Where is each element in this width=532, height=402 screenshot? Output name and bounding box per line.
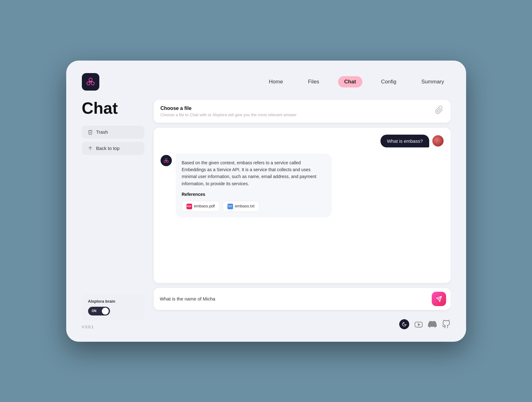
toggle-knob [102, 308, 109, 315]
arrow-up-icon [87, 146, 93, 151]
ai-bubble: Based on the given context, embass refer… [176, 154, 332, 218]
send-icon [436, 296, 442, 302]
sidebar: Chat Trash Back to top Alxp [82, 100, 144, 329]
svg-point-9 [167, 161, 168, 162]
main-content: Chat Trash Back to top Alxp [82, 100, 450, 329]
toggle-on-label: ON [92, 309, 97, 313]
user-bubble: What is embass? [380, 135, 429, 147]
send-button[interactable] [432, 292, 446, 306]
pdf-icon: PDF [186, 204, 192, 209]
chat-panel: Choose a file Choose a file to Chat with… [154, 100, 450, 329]
dark-mode-button[interactable] [399, 319, 409, 329]
github-icon [442, 320, 450, 329]
file-chooser[interactable]: Choose a file Choose a file to Chat with… [154, 100, 450, 123]
svg-point-1 [87, 82, 90, 85]
back-to-top-button[interactable]: Back to top [82, 142, 144, 155]
ai-message-text: Based on the given context, embass refer… [182, 159, 326, 187]
chat-input[interactable] [160, 296, 429, 301]
youtube-icon [414, 320, 423, 329]
back-to-top-label: Back to top [96, 146, 120, 151]
discord-icon [428, 320, 437, 329]
svg-point-2 [91, 82, 94, 85]
trash-label: Trash [96, 129, 108, 135]
messages-area: What is embass? [154, 128, 450, 283]
ref-file-pdf[interactable]: PDF embass.pdf [182, 201, 220, 212]
file-chooser-title: Choose a file [161, 106, 297, 111]
trash-button[interactable]: Trash [82, 126, 144, 139]
youtube-button[interactable] [414, 320, 423, 329]
svg-point-8 [164, 161, 166, 162]
logo[interactable] [82, 73, 99, 91]
user-message-row: What is embass? [161, 135, 444, 147]
navigation: Home Files Chat Config Summary [263, 76, 450, 87]
user-avatar [432, 135, 444, 146]
nav-summary[interactable]: Summary [415, 76, 450, 87]
ai-message-row: Based on the given context, embass refer… [161, 154, 444, 218]
trash-icon [87, 129, 93, 135]
file-chooser-text: Choose a file Choose a file to Chat with… [161, 106, 297, 117]
references-label: References [182, 191, 326, 198]
sidebar-bottom: Alxplora brain ON V 0.0.1 [82, 294, 144, 329]
svg-marker-14 [418, 323, 420, 326]
github-button[interactable] [442, 320, 450, 329]
input-row [154, 288, 450, 310]
attachment-icon [435, 106, 444, 114]
reference-files: PDF embass.pdf TXT embass.txt [182, 201, 326, 212]
brain-label: Alxplora brain [88, 299, 138, 304]
page-title: Chat [82, 100, 144, 116]
ai-avatar [161, 155, 172, 166]
ref-txt-name: embass.txt [235, 203, 255, 210]
ref-pdf-name: embass.pdf [194, 203, 215, 210]
brain-card: Alxplora brain ON [82, 294, 144, 320]
discord-button[interactable] [428, 320, 437, 329]
footer-icons [154, 319, 450, 329]
version-label: V 0.0.1 [82, 325, 144, 329]
nav-chat[interactable]: Chat [338, 76, 362, 87]
moon-icon [402, 322, 407, 327]
nav-home[interactable]: Home [263, 76, 289, 87]
header: Home Files Chat Config Summary [82, 73, 450, 91]
svg-point-7 [165, 158, 167, 160]
nav-config[interactable]: Config [375, 76, 403, 87]
ref-file-txt[interactable]: TXT embass.txt [223, 201, 259, 212]
brain-toggle[interactable]: ON [88, 307, 110, 315]
txt-icon: TXT [227, 204, 233, 209]
nav-files[interactable]: Files [302, 76, 326, 87]
file-chooser-subtitle: Choose a file to Chat with or Alxplora w… [161, 112, 297, 117]
svg-point-0 [89, 78, 92, 81]
